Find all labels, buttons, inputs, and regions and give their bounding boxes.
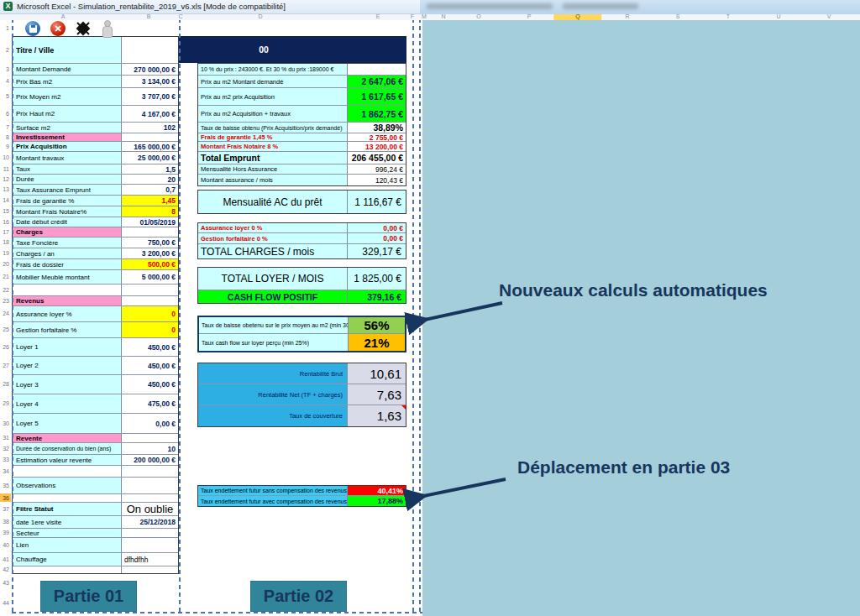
cell-value-row-16[interactable]: 01/05/2019 bbox=[122, 217, 178, 227]
row-header-4[interactable]: 4 bbox=[0, 75, 11, 87]
cell-value-row-26[interactable]: 450,00 € bbox=[122, 338, 178, 356]
endettement-block-value-2[interactable]: 17,88% bbox=[348, 496, 406, 506]
cell-label-row-42[interactable] bbox=[13, 566, 122, 573]
cell-label-row-36[interactable] bbox=[13, 494, 122, 502]
loyer-cashflow-block-value-2[interactable]: 379,16 € bbox=[348, 290, 406, 303]
cell-value-row-29[interactable]: 475,00 € bbox=[122, 394, 178, 413]
cell-label-row-4[interactable]: Prix Bas m2 bbox=[13, 76, 122, 87]
cell-value-row-34[interactable] bbox=[122, 466, 178, 477]
cell-value-row-25[interactable]: 0 bbox=[122, 322, 178, 337]
row-header-17[interactable]: 17 bbox=[0, 227, 11, 237]
cell-value-row-21[interactable]: 5 000,00 € bbox=[122, 270, 178, 284]
row-header-28[interactable]: 28 bbox=[0, 374, 11, 394]
charges-block-label-3[interactable]: TOTAL CHARGES / mois bbox=[198, 244, 348, 258]
row-header-29[interactable]: 29 bbox=[0, 394, 11, 413]
row-header-25[interactable]: 25 bbox=[0, 321, 11, 337]
cell-label-row-6[interactable]: Prix Haut m2 bbox=[13, 106, 122, 122]
row-header-10[interactable]: 10 bbox=[0, 151, 11, 164]
cell-value-row-13[interactable]: 0,7 bbox=[122, 185, 178, 195]
cell-label-row-25[interactable]: Gestion forfaitaire % bbox=[13, 322, 122, 337]
prix-m2-block-label-2[interactable]: Prix au m2 Montant demandé bbox=[198, 76, 348, 87]
row-header-37[interactable]: 37 bbox=[0, 502, 11, 515]
cell-value-row-35[interactable] bbox=[122, 478, 178, 493]
prix-m2-block-value-5[interactable]: 38,89% bbox=[348, 123, 406, 133]
cell-value-row-19[interactable]: 3 200,00 € bbox=[122, 248, 178, 258]
cell-value-row-10[interactable]: 25 000,00 € bbox=[122, 152, 178, 164]
column-header-M[interactable]: M bbox=[422, 13, 427, 20]
prix-m2-block-label-4[interactable]: Prix au m2 Acquisition + travaux bbox=[198, 106, 348, 122]
rentabilite-block-label-2[interactable]: Rentabilité Net (TF + charges) bbox=[198, 384, 348, 405]
cell-label-row-37[interactable]: Fiitre Statut bbox=[13, 503, 122, 515]
cell-value-row-12[interactable]: 20 bbox=[122, 175, 178, 184]
column-header-S[interactable]: S bbox=[676, 13, 680, 20]
cell-value-row-33[interactable]: 200 000,00 € bbox=[122, 455, 178, 465]
row-header-34[interactable]: 34 bbox=[0, 465, 11, 477]
row-header-13[interactable]: 13 bbox=[0, 184, 11, 195]
rentabilite-block-value-2[interactable]: 7,63 bbox=[348, 384, 406, 405]
rentabilite-block-value-3[interactable]: 1,63 bbox=[348, 405, 406, 426]
cell-value-row-6[interactable]: 4 167,00 € bbox=[122, 106, 178, 122]
endettement-block-value-1[interactable]: 40,41% bbox=[348, 486, 406, 495]
rentabilite-block-value-1[interactable]: 10,61 bbox=[348, 363, 406, 384]
charges-block-value-2[interactable]: 0,00 € bbox=[348, 233, 406, 243]
cell-label-row-22[interactable] bbox=[13, 285, 122, 295]
cell-value-row-31[interactable] bbox=[122, 434, 178, 442]
column-header-F[interactable]: F bbox=[411, 13, 414, 20]
loyer-cashflow-block-label-2[interactable]: CASH FLOW POSITIF bbox=[198, 290, 348, 303]
row-header-6[interactable]: 6 bbox=[0, 105, 11, 122]
cell-value-row-9[interactable]: 165 000,00 € bbox=[122, 142, 178, 151]
prix-m2-block-label-6[interactable]: Frais de garantie 1,45 % bbox=[198, 133, 348, 141]
background-window-titlebar[interactable] bbox=[420, 0, 860, 14]
row-header-27[interactable]: 27 bbox=[0, 356, 11, 374]
cell-value-row-38[interactable]: 25/12/2018 bbox=[122, 516, 178, 528]
cell-label-row-18[interactable]: Taxe Foncière bbox=[13, 238, 122, 248]
row-header-22[interactable]: 22 bbox=[0, 284, 11, 295]
cell-label-row-32[interactable]: Durée de conservation du bien (ans) bbox=[13, 443, 122, 454]
row-header-8[interactable]: 8 bbox=[0, 133, 11, 141]
prix-m2-block-label-8[interactable]: Total Emprunt bbox=[198, 152, 348, 164]
row-header-44[interactable]: 44 bbox=[0, 593, 11, 613]
cell-label-row-9[interactable]: Prix Acquisition bbox=[13, 142, 122, 151]
loyer-cashflow-block-label-1[interactable]: TOTAL LOYER / MOIS bbox=[198, 268, 348, 290]
cell-label-row-10[interactable]: Montant travaux bbox=[13, 152, 122, 164]
cell-label-row-16[interactable]: Date début crédit bbox=[13, 217, 122, 227]
cell-value-row-11[interactable]: 1,5 bbox=[122, 164, 178, 174]
cell-label-row-31[interactable]: Revente bbox=[13, 434, 122, 442]
row-header-31[interactable]: 31 bbox=[0, 433, 11, 442]
prix-m2-block-value-8[interactable]: 206 455,00 € bbox=[348, 152, 406, 164]
column-header-N[interactable]: N bbox=[441, 13, 445, 20]
prix-m2-block-value-4[interactable]: 1 862,75 € bbox=[348, 106, 406, 122]
cell-label-row-23[interactable]: Revenus bbox=[13, 296, 122, 305]
row-header-9[interactable]: 9 bbox=[0, 141, 11, 151]
nouveaux-calculs-block-value-1[interactable]: 56% bbox=[349, 317, 405, 333]
column-header-A[interactable]: A bbox=[61, 13, 66, 20]
charges-block-value-3[interactable]: 329,17 € bbox=[348, 244, 406, 258]
column-header-O[interactable]: O bbox=[476, 13, 480, 20]
row-header-16[interactable]: 16 bbox=[0, 217, 11, 227]
prix-m2-block-label-1[interactable]: 10 % du prix : 243000 €. Et 30 % du prix… bbox=[198, 64, 348, 75]
row-header-19[interactable]: 19 bbox=[0, 248, 11, 258]
column-header-Q[interactable]: Q bbox=[553, 13, 601, 20]
cell-value-row-39[interactable] bbox=[122, 529, 178, 537]
cell-label-row-33[interactable]: Estimation valeur revente bbox=[13, 455, 122, 465]
cell-label-row-5[interactable]: Prix Moyen m2 bbox=[13, 88, 122, 105]
cell-value-row-15[interactable]: 8 bbox=[122, 206, 178, 217]
prix-m2-block-value-1[interactable] bbox=[348, 64, 406, 75]
cell-label-row-11[interactable]: Taux bbox=[13, 164, 122, 174]
cell-value-row-28[interactable]: 450,00 € bbox=[122, 375, 178, 394]
row-header-7[interactable]: 7 bbox=[0, 122, 11, 133]
row-header-5[interactable]: 5 bbox=[0, 87, 11, 105]
cell-value-row-22[interactable] bbox=[122, 285, 178, 295]
cell-label-row-30[interactable]: Loyer 5 bbox=[13, 414, 122, 433]
column-header-T[interactable]: T bbox=[726, 13, 730, 20]
cell-label-row-12[interactable]: Durée bbox=[13, 175, 122, 184]
cell-label-row-15[interactable]: Montant Frais Notaire% bbox=[13, 206, 122, 217]
nouveaux-calculs-block-value-2[interactable]: 21% bbox=[349, 334, 405, 351]
cell-label-row-21[interactable]: Mobilier Meublé montant bbox=[13, 270, 122, 284]
cell-value-row-36[interactable] bbox=[122, 494, 178, 502]
column-header-B[interactable]: B bbox=[147, 13, 151, 20]
cell-value-row-23[interactable] bbox=[122, 296, 178, 305]
cell-label-row-17[interactable]: Charges bbox=[13, 227, 122, 237]
cell-label-row-26[interactable]: Loyer 1 bbox=[13, 338, 122, 356]
cell-label-row-24[interactable]: Assurance loyer % bbox=[13, 306, 122, 321]
